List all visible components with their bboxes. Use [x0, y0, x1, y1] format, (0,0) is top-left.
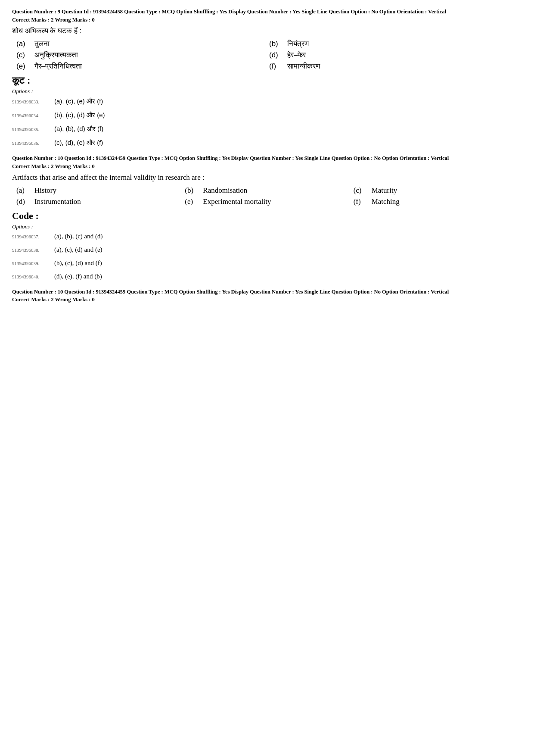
question-10-repeat: Question Number : 10 Question Id : 91394…: [12, 288, 522, 303]
q10-option-f-text: Matching: [372, 197, 400, 206]
question-9-options-title: Options :: [12, 88, 522, 95]
q10-option-c-label: (c): [354, 186, 366, 195]
answer-text-10-3: (b), (c), (d) and (f): [54, 259, 102, 267]
question-10: Question Number : 10 Question Id : 91394…: [12, 154, 522, 280]
answer-text-9-3: (a), (b), (d) और (f): [54, 125, 103, 133]
question-10-options-title: Options :: [12, 223, 522, 230]
answer-9-2: 91394396034. (b), (c), (d) और (e): [12, 111, 522, 119]
answer-10-1: 91394396037. (a), (b), (c) and (d): [12, 233, 522, 240]
option-c: (c) अनुक्रियात्मकता: [16, 51, 269, 59]
q10-option-b-label: (b): [185, 186, 197, 195]
answer-text-9-1: (a), (c), (e) और (f): [54, 97, 103, 105]
question-9-meta: Question Number : 9 Question Id : 913943…: [12, 8, 522, 16]
option-f-text: सामान्यीकरण: [287, 62, 320, 71]
question-9-options: (a) तुलना (b) नियंत्रण (c) अनुक्रियात्मक…: [16, 40, 522, 71]
question-10-text: Artifacts that arise and affect the inte…: [12, 173, 522, 182]
option-b-text: नियंत्रण: [287, 40, 309, 48]
q10-option-e-text: Experimental mortality: [203, 197, 271, 206]
option-a-text: तुलना: [34, 40, 50, 48]
option-f-label: (f): [269, 62, 281, 71]
answer-id-9-1: 91394396033.: [12, 99, 51, 104]
q10-option-b: (b) Randomisation: [185, 186, 353, 195]
q10-option-d-label: (d): [16, 197, 28, 206]
question-10-code-label: Code :: [12, 210, 522, 222]
question-9-text: शोध अभिकल्प के घटक हैं :: [12, 27, 522, 35]
q10-option-c: (c) Maturity: [354, 186, 522, 195]
question-10-repeat-marks: Correct Marks : 2 Wrong Marks : 0: [12, 297, 522, 303]
answer-text-10-4: (d), (e), (f) and (b): [54, 273, 102, 280]
option-e: (e) गैर–प्रतिनिधित्वता: [16, 62, 269, 71]
answer-id-10-4: 91394396040.: [12, 274, 51, 279]
answer-text-10-1: (a), (b), (c) and (d): [54, 233, 102, 240]
answer-10-4: 91394396040. (d), (e), (f) and (b): [12, 273, 522, 280]
option-b: (b) नियंत्रण: [269, 40, 522, 48]
option-a: (a) तुलना: [16, 40, 269, 48]
answer-text-9-2: (b), (c), (d) और (e): [54, 111, 105, 119]
option-d-label: (d): [269, 51, 281, 59]
answer-9-4: 91394396036. (c), (d), (e) और (f): [12, 139, 522, 147]
q10-option-a-text: History: [34, 186, 56, 195]
option-c-text: अनुक्रियात्मकता: [34, 51, 78, 59]
answer-text-9-4: (c), (d), (e) और (f): [54, 139, 103, 147]
q10-option-e-label: (e): [185, 197, 197, 206]
q10-option-c-text: Maturity: [372, 186, 397, 195]
answer-id-9-2: 91394396034.: [12, 113, 51, 118]
answer-9-3: 91394396035. (a), (b), (d) और (f): [12, 125, 522, 133]
q10-option-a-label: (a): [16, 186, 28, 195]
q10-option-a: (a) History: [16, 186, 185, 195]
option-b-label: (b): [269, 40, 281, 48]
answer-10-2: 91394396038. (a), (c), (d) and (e): [12, 246, 522, 253]
option-d-text: हेर–फेर: [287, 51, 306, 59]
q10-option-b-text: Randomisation: [203, 186, 247, 195]
option-a-label: (a): [16, 40, 28, 48]
option-e-label: (e): [16, 62, 28, 71]
q10-option-d: (d) Instrumentation: [16, 197, 185, 206]
q10-option-e: (e) Experimental mortality: [185, 197, 353, 206]
option-f: (f) सामान्यीकरण: [269, 62, 522, 71]
answer-id-10-3: 91394396039.: [12, 261, 51, 266]
q10-option-d-text: Instrumentation: [34, 197, 81, 206]
option-d: (d) हेर–फेर: [269, 51, 522, 59]
option-c-label: (c): [16, 51, 28, 59]
answer-id-10-1: 91394396037.: [12, 234, 51, 239]
question-9-code-label: कूट :: [12, 75, 522, 86]
question-10-meta: Question Number : 10 Question Id : 91394…: [12, 154, 522, 162]
question-9: Question Number : 9 Question Id : 913943…: [12, 8, 522, 147]
q10-option-f: (f) Matching: [354, 197, 522, 206]
answer-id-9-4: 91394396036.: [12, 141, 51, 146]
question-10-options: (a) History (b) Randomisation (c) Maturi…: [16, 186, 522, 206]
answer-9-1: 91394396033. (a), (c), (e) और (f): [12, 97, 522, 105]
q10-option-f-label: (f): [354, 197, 366, 206]
answer-id-10-2: 91394396038.: [12, 247, 51, 253]
question-10-repeat-meta: Question Number : 10 Question Id : 91394…: [12, 288, 522, 296]
question-10-marks: Correct Marks : 2 Wrong Marks : 0: [12, 163, 522, 170]
answer-10-3: 91394396039. (b), (c), (d) and (f): [12, 259, 522, 267]
question-9-marks: Correct Marks : 2 Wrong Marks : 0: [12, 17, 522, 23]
option-e-text: गैर–प्रतिनिधित्वता: [34, 62, 82, 71]
answer-id-9-3: 91394396035.: [12, 127, 51, 132]
answer-text-10-2: (a), (c), (d) and (e): [54, 246, 102, 253]
